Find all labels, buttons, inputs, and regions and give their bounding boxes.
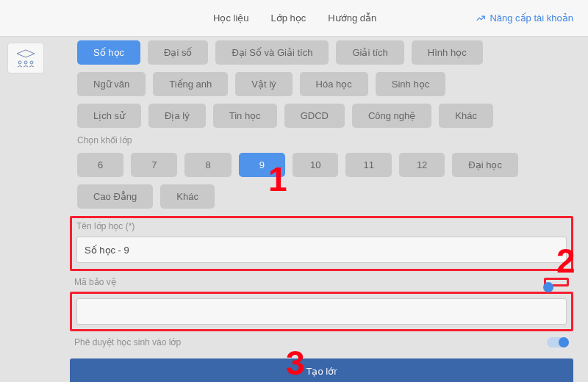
approve-toggle[interactable] — [547, 337, 569, 347]
grade-cao-dang[interactable]: Cao Đẳng — [77, 184, 153, 209]
grade-row-1: 6 7 8 9 10 11 12 Đại học — [70, 153, 573, 177]
toggle-knob — [543, 282, 553, 292]
grade-khac[interactable]: Khác — [160, 184, 215, 209]
sidebar-education-icon[interactable] — [7, 43, 44, 73]
subject-row-1: Số học Đại số Đại Số và Giải tích Giải t… — [70, 40, 573, 65]
subject-hinh-hoc[interactable]: Hình học — [412, 40, 483, 65]
code-label: Mã bảo vệ — [74, 277, 544, 287]
subject-tieng-anh[interactable]: Tiếng anh — [153, 72, 228, 96]
graduation-cap-icon — [16, 49, 35, 60]
grade-dai-hoc[interactable]: Đại học — [452, 153, 518, 177]
grade-8[interactable]: 8 — [184, 153, 231, 177]
subject-row-3: Lịch sử Địa lý Tin học GDCD Công nghệ Kh… — [70, 104, 573, 128]
subject-sinh-hoc[interactable]: Sinh học — [376, 72, 445, 96]
nav-hoc-lieu[interactable]: Học liệu — [213, 12, 249, 24]
subject-lich-su[interactable]: Lịch sử — [77, 104, 141, 128]
subject-dai-so[interactable]: Đại số — [148, 40, 208, 65]
grade-section-label: Chọn khối lớp — [77, 135, 573, 145]
grade-12[interactable]: 12 — [399, 153, 445, 177]
upgrade-text: Nâng cấp tài khoản — [490, 12, 573, 24]
subject-khac[interactable]: Khác — [439, 104, 493, 128]
class-name-label: Tên lớp học (*) — [76, 221, 567, 231]
subject-cong-nghe[interactable]: Công nghệ — [352, 104, 431, 128]
grade-10[interactable]: 10 — [293, 153, 338, 177]
grade-7[interactable]: 7 — [131, 153, 177, 177]
main-content: Số học Đại số Đại Số và Giải tích Giải t… — [70, 40, 588, 382]
subject-tin-hoc[interactable]: Tin học — [213, 104, 277, 128]
toggle-knob-2 — [559, 337, 569, 347]
top-navbar: Học liệu Lớp học Hướng dẫn Nâng cấp tài … — [0, 0, 588, 37]
annotation-box-2b — [70, 292, 573, 331]
grade-9[interactable]: 9 — [239, 153, 285, 177]
upgrade-account-link[interactable]: Nâng cấp tài khoản — [476, 12, 573, 24]
code-input[interactable] — [76, 298, 567, 325]
subject-hoa-hoc[interactable]: Hóa học — [300, 72, 368, 96]
svg-point-2 — [30, 61, 33, 64]
subject-ngu-van[interactable]: Ngữ văn — [77, 72, 146, 96]
grade-11[interactable]: 11 — [345, 153, 391, 177]
nav-huong-dan[interactable]: Hướng dẫn — [328, 12, 376, 24]
subject-dai-so-giai-tich[interactable]: Đại Số và Giải tích — [215, 40, 329, 65]
subject-gdcd[interactable]: GDCD — [284, 104, 345, 128]
approve-row: Phê duyệt học sinh vào lớp — [74, 337, 569, 347]
annotation-box-1: Tên lớp học (*) — [70, 216, 573, 271]
grade-row-2: Cao Đẳng Khác — [70, 184, 573, 209]
annotation-box-2 — [544, 278, 569, 286]
code-label-row: Mã bảo vệ — [74, 277, 569, 287]
subject-vat-ly[interactable]: Vật lý — [235, 72, 292, 96]
svg-point-0 — [18, 61, 21, 64]
create-class-button[interactable]: Tạo lớr — [70, 358, 573, 382]
nav-lop-hoc[interactable]: Lớp học — [271, 12, 306, 24]
svg-point-1 — [24, 61, 27, 64]
subject-so-hoc[interactable]: Số học — [77, 40, 140, 65]
subject-dia-ly[interactable]: Địa lý — [148, 104, 206, 128]
approve-label: Phê duyệt học sinh vào lớp — [74, 337, 547, 347]
grade-6[interactable]: 6 — [77, 153, 123, 177]
trend-up-icon — [476, 13, 486, 24]
nav-center: Học liệu Lớp học Hướng dẫn — [213, 12, 376, 24]
people-icon — [16, 60, 35, 68]
subject-row-2: Ngữ văn Tiếng anh Vật lý Hóa học Sinh họ… — [70, 72, 573, 96]
subject-giai-tich[interactable]: Giải tích — [336, 40, 404, 65]
class-name-input[interactable] — [76, 237, 567, 263]
